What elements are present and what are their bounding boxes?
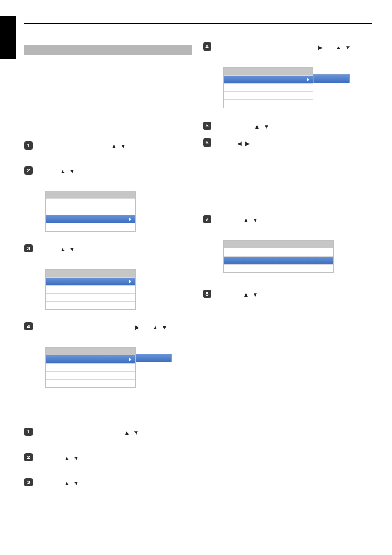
down-icon: ▼ bbox=[73, 480, 79, 486]
left-icon: ◀ bbox=[237, 140, 242, 147]
step-badge-1: 1 bbox=[24, 141, 33, 150]
step-badge-5: 5 bbox=[203, 122, 211, 130]
nav-arrows: ▲ ▼ bbox=[64, 455, 79, 461]
menu-row[interactable] bbox=[46, 223, 135, 231]
menu-header bbox=[46, 270, 135, 277]
step-badge-8: 8 bbox=[203, 290, 211, 298]
menu-box[interactable] bbox=[45, 191, 136, 232]
nav-arrows: ▲ ▼ bbox=[124, 429, 139, 436]
menu-box[interactable] bbox=[45, 347, 136, 388]
menu-row[interactable] bbox=[224, 99, 313, 108]
section-heading-bar bbox=[24, 45, 192, 55]
step-badge-2b: 2 bbox=[24, 453, 33, 461]
down-icon: ▼ bbox=[73, 455, 79, 461]
menu-row-selected[interactable] bbox=[224, 75, 313, 83]
chevron-right-icon bbox=[129, 357, 131, 362]
nav-arrows: ▶ ▲ ▼ bbox=[135, 324, 168, 330]
chevron-right-icon bbox=[129, 279, 131, 284]
menu-box[interactable] bbox=[45, 269, 136, 310]
down-icon: ▼ bbox=[345, 44, 351, 51]
down-icon: ▼ bbox=[133, 429, 139, 436]
menu-row[interactable] bbox=[46, 198, 135, 207]
step-badge-4: 4 bbox=[24, 322, 33, 330]
menu-row-selected[interactable] bbox=[46, 355, 135, 363]
up-icon: ▲ bbox=[111, 143, 117, 150]
menu-row-selected[interactable] bbox=[224, 256, 333, 264]
menu-row[interactable] bbox=[46, 301, 135, 309]
nav-arrows: ▲ ▼ bbox=[60, 168, 75, 175]
menu-header bbox=[224, 241, 333, 248]
step-badge-3: 3 bbox=[24, 244, 33, 252]
down-icon: ▼ bbox=[69, 246, 75, 252]
menu-box[interactable] bbox=[223, 240, 334, 273]
menu-row[interactable] bbox=[224, 248, 333, 256]
right-icon: ▶ bbox=[245, 140, 250, 147]
down-icon: ▼ bbox=[162, 324, 168, 330]
up-icon: ▲ bbox=[64, 455, 70, 461]
submenu-flyout[interactable] bbox=[313, 74, 350, 83]
nav-arrows: ▲ ▼ bbox=[64, 480, 79, 486]
nav-arrows: ▲ ▼ bbox=[60, 246, 75, 252]
nav-arrows: ▲ ▼ bbox=[243, 291, 258, 298]
menu-header bbox=[46, 348, 135, 355]
up-icon: ▲ bbox=[243, 217, 249, 223]
step-badge-4r: 4 bbox=[203, 42, 211, 51]
chevron-right-icon bbox=[129, 217, 131, 222]
nav-arrows: ▲ ▼ bbox=[111, 143, 126, 150]
submenu-flyout[interactable] bbox=[136, 354, 172, 362]
down-icon: ▼ bbox=[263, 123, 269, 130]
up-icon: ▲ bbox=[243, 291, 249, 298]
nav-arrows: ◀ ▶ bbox=[237, 140, 250, 147]
menu-row[interactable] bbox=[224, 91, 313, 99]
menu-box[interactable] bbox=[223, 67, 313, 108]
side-tab bbox=[0, 16, 16, 59]
step-badge-1b: 1 bbox=[24, 428, 33, 436]
menu-header bbox=[46, 191, 135, 198]
menu-row[interactable] bbox=[46, 371, 135, 379]
up-icon: ▲ bbox=[64, 480, 70, 486]
up-icon: ▲ bbox=[124, 429, 130, 436]
step-badge-6: 6 bbox=[203, 138, 211, 147]
up-icon: ▲ bbox=[152, 324, 158, 330]
step-badge-7: 7 bbox=[203, 215, 211, 223]
step-badge-2: 2 bbox=[24, 166, 33, 175]
down-icon: ▼ bbox=[120, 143, 126, 150]
menu-row-selected[interactable] bbox=[46, 215, 135, 223]
right-icon: ▶ bbox=[318, 44, 323, 51]
menu-row-selected[interactable] bbox=[46, 277, 135, 285]
menu-row[interactable] bbox=[46, 285, 135, 293]
menu-header bbox=[224, 68, 313, 75]
up-icon: ▲ bbox=[60, 168, 66, 175]
down-icon: ▼ bbox=[69, 168, 75, 175]
menu-row[interactable] bbox=[224, 264, 333, 272]
up-icon: ▲ bbox=[60, 246, 66, 252]
menu-row[interactable] bbox=[46, 293, 135, 301]
top-rule bbox=[24, 23, 372, 24]
chevron-right-icon bbox=[307, 77, 309, 82]
nav-arrows: ▲ ▼ bbox=[254, 123, 269, 130]
step-badge-3b: 3 bbox=[24, 478, 33, 486]
right-icon: ▶ bbox=[135, 324, 140, 330]
menu-row[interactable] bbox=[46, 207, 135, 215]
down-icon: ▼ bbox=[252, 217, 258, 223]
nav-arrows: ▶ ▲ ▼ bbox=[318, 44, 351, 51]
up-icon: ▲ bbox=[336, 44, 341, 51]
nav-arrows: ▲ ▼ bbox=[243, 217, 258, 223]
menu-row[interactable] bbox=[46, 379, 135, 387]
menu-row[interactable] bbox=[46, 363, 135, 371]
up-icon: ▲ bbox=[254, 123, 260, 130]
menu-row[interactable] bbox=[224, 83, 313, 91]
down-icon: ▼ bbox=[252, 291, 258, 298]
